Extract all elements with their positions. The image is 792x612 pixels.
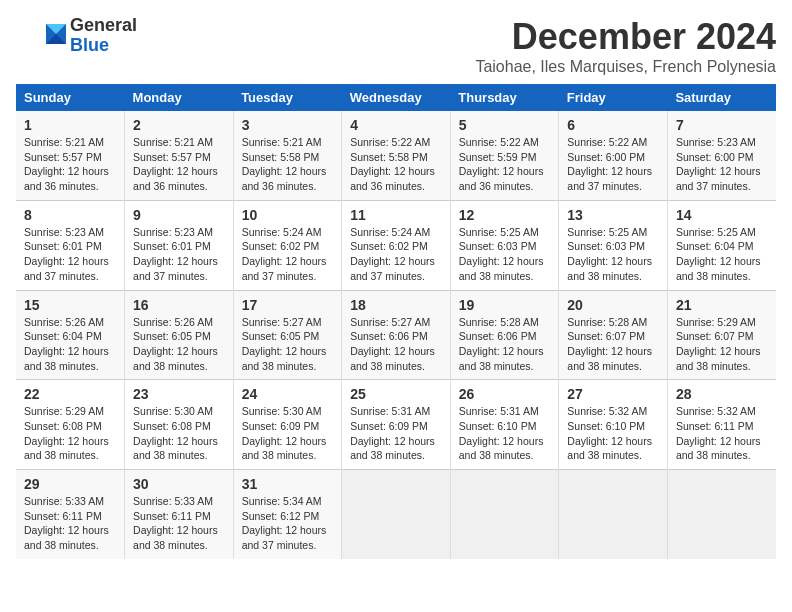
calendar-cell: 12Sunrise: 5:25 AM Sunset: 6:03 PM Dayli… [450, 200, 559, 290]
day-header-saturday: Saturday [667, 84, 776, 111]
day-info: Sunrise: 5:30 AM Sunset: 6:09 PM Dayligh… [242, 404, 334, 463]
calendar-cell: 29Sunrise: 5:33 AM Sunset: 6:11 PM Dayli… [16, 470, 125, 559]
day-header-sunday: Sunday [16, 84, 125, 111]
calendar-cell: 15Sunrise: 5:26 AM Sunset: 6:04 PM Dayli… [16, 290, 125, 380]
day-info: Sunrise: 5:23 AM Sunset: 6:00 PM Dayligh… [676, 135, 768, 194]
day-info: Sunrise: 5:29 AM Sunset: 6:07 PM Dayligh… [676, 315, 768, 374]
calendar-cell: 16Sunrise: 5:26 AM Sunset: 6:05 PM Dayli… [125, 290, 234, 380]
logo-text: General Blue [70, 16, 137, 56]
day-info: Sunrise: 5:33 AM Sunset: 6:11 PM Dayligh… [133, 494, 225, 553]
day-number: 28 [676, 386, 768, 402]
day-info: Sunrise: 5:34 AM Sunset: 6:12 PM Dayligh… [242, 494, 334, 553]
day-info: Sunrise: 5:22 AM Sunset: 5:59 PM Dayligh… [459, 135, 551, 194]
calendar-cell: 5Sunrise: 5:22 AM Sunset: 5:59 PM Daylig… [450, 111, 559, 200]
calendar-cell: 21Sunrise: 5:29 AM Sunset: 6:07 PM Dayli… [667, 290, 776, 380]
day-info: Sunrise: 5:22 AM Sunset: 5:58 PM Dayligh… [350, 135, 442, 194]
day-info: Sunrise: 5:28 AM Sunset: 6:07 PM Dayligh… [567, 315, 659, 374]
day-number: 4 [350, 117, 442, 133]
day-info: Sunrise: 5:33 AM Sunset: 6:11 PM Dayligh… [24, 494, 116, 553]
location-title: Taiohae, Iles Marquises, French Polynesi… [475, 58, 776, 76]
calendar-cell: 26Sunrise: 5:31 AM Sunset: 6:10 PM Dayli… [450, 380, 559, 470]
day-number: 15 [24, 297, 116, 313]
day-info: Sunrise: 5:32 AM Sunset: 6:10 PM Dayligh… [567, 404, 659, 463]
day-number: 12 [459, 207, 551, 223]
day-header-friday: Friday [559, 84, 668, 111]
day-info: Sunrise: 5:26 AM Sunset: 6:05 PM Dayligh… [133, 315, 225, 374]
logo-icon [16, 16, 66, 56]
calendar-cell: 20Sunrise: 5:28 AM Sunset: 6:07 PM Dayli… [559, 290, 668, 380]
day-number: 11 [350, 207, 442, 223]
day-info: Sunrise: 5:31 AM Sunset: 6:10 PM Dayligh… [459, 404, 551, 463]
day-info: Sunrise: 5:23 AM Sunset: 6:01 PM Dayligh… [133, 225, 225, 284]
header: General Blue December 2024 Taiohae, Iles… [16, 16, 776, 76]
calendar-cell: 10Sunrise: 5:24 AM Sunset: 6:02 PM Dayli… [233, 200, 342, 290]
day-info: Sunrise: 5:21 AM Sunset: 5:57 PM Dayligh… [24, 135, 116, 194]
day-number: 24 [242, 386, 334, 402]
calendar-cell: 2Sunrise: 5:21 AM Sunset: 5:57 PM Daylig… [125, 111, 234, 200]
day-info: Sunrise: 5:32 AM Sunset: 6:11 PM Dayligh… [676, 404, 768, 463]
calendar-cell: 24Sunrise: 5:30 AM Sunset: 6:09 PM Dayli… [233, 380, 342, 470]
calendar-cell [450, 470, 559, 559]
day-info: Sunrise: 5:23 AM Sunset: 6:01 PM Dayligh… [24, 225, 116, 284]
day-number: 10 [242, 207, 334, 223]
logo-general-text: General [70, 16, 137, 36]
day-number: 13 [567, 207, 659, 223]
calendar-cell: 30Sunrise: 5:33 AM Sunset: 6:11 PM Dayli… [125, 470, 234, 559]
day-headers-row: SundayMondayTuesdayWednesdayThursdayFrid… [16, 84, 776, 111]
day-number: 20 [567, 297, 659, 313]
day-number: 27 [567, 386, 659, 402]
day-number: 6 [567, 117, 659, 133]
calendar-cell: 18Sunrise: 5:27 AM Sunset: 6:06 PM Dayli… [342, 290, 451, 380]
day-info: Sunrise: 5:31 AM Sunset: 6:09 PM Dayligh… [350, 404, 442, 463]
day-info: Sunrise: 5:22 AM Sunset: 6:00 PM Dayligh… [567, 135, 659, 194]
day-number: 25 [350, 386, 442, 402]
day-number: 21 [676, 297, 768, 313]
day-number: 5 [459, 117, 551, 133]
day-number: 17 [242, 297, 334, 313]
day-info: Sunrise: 5:21 AM Sunset: 5:58 PM Dayligh… [242, 135, 334, 194]
month-title: December 2024 [475, 16, 776, 58]
day-info: Sunrise: 5:27 AM Sunset: 6:05 PM Dayligh… [242, 315, 334, 374]
day-header-monday: Monday [125, 84, 234, 111]
day-info: Sunrise: 5:26 AM Sunset: 6:04 PM Dayligh… [24, 315, 116, 374]
day-info: Sunrise: 5:27 AM Sunset: 6:06 PM Dayligh… [350, 315, 442, 374]
day-header-wednesday: Wednesday [342, 84, 451, 111]
day-header-thursday: Thursday [450, 84, 559, 111]
calendar-cell: 9Sunrise: 5:23 AM Sunset: 6:01 PM Daylig… [125, 200, 234, 290]
day-info: Sunrise: 5:24 AM Sunset: 6:02 PM Dayligh… [350, 225, 442, 284]
day-number: 14 [676, 207, 768, 223]
day-number: 23 [133, 386, 225, 402]
day-number: 19 [459, 297, 551, 313]
day-number: 1 [24, 117, 116, 133]
calendar-cell: 23Sunrise: 5:30 AM Sunset: 6:08 PM Dayli… [125, 380, 234, 470]
title-area: December 2024 Taiohae, Iles Marquises, F… [475, 16, 776, 76]
calendar-cell: 25Sunrise: 5:31 AM Sunset: 6:09 PM Dayli… [342, 380, 451, 470]
calendar-cell: 11Sunrise: 5:24 AM Sunset: 6:02 PM Dayli… [342, 200, 451, 290]
week-row-5: 29Sunrise: 5:33 AM Sunset: 6:11 PM Dayli… [16, 470, 776, 559]
calendar-cell: 13Sunrise: 5:25 AM Sunset: 6:03 PM Dayli… [559, 200, 668, 290]
day-info: Sunrise: 5:25 AM Sunset: 6:04 PM Dayligh… [676, 225, 768, 284]
day-number: 22 [24, 386, 116, 402]
calendar-cell: 3Sunrise: 5:21 AM Sunset: 5:58 PM Daylig… [233, 111, 342, 200]
day-number: 18 [350, 297, 442, 313]
day-number: 31 [242, 476, 334, 492]
week-row-2: 8Sunrise: 5:23 AM Sunset: 6:01 PM Daylig… [16, 200, 776, 290]
day-number: 8 [24, 207, 116, 223]
day-number: 3 [242, 117, 334, 133]
day-number: 16 [133, 297, 225, 313]
calendar-cell [342, 470, 451, 559]
day-info: Sunrise: 5:30 AM Sunset: 6:08 PM Dayligh… [133, 404, 225, 463]
week-row-3: 15Sunrise: 5:26 AM Sunset: 6:04 PM Dayli… [16, 290, 776, 380]
calendar-cell: 22Sunrise: 5:29 AM Sunset: 6:08 PM Dayli… [16, 380, 125, 470]
calendar-cell [559, 470, 668, 559]
day-info: Sunrise: 5:25 AM Sunset: 6:03 PM Dayligh… [567, 225, 659, 284]
calendar-cell: 27Sunrise: 5:32 AM Sunset: 6:10 PM Dayli… [559, 380, 668, 470]
calendar-cell: 6Sunrise: 5:22 AM Sunset: 6:00 PM Daylig… [559, 111, 668, 200]
calendar-cell: 14Sunrise: 5:25 AM Sunset: 6:04 PM Dayli… [667, 200, 776, 290]
week-row-4: 22Sunrise: 5:29 AM Sunset: 6:08 PM Dayli… [16, 380, 776, 470]
day-info: Sunrise: 5:24 AM Sunset: 6:02 PM Dayligh… [242, 225, 334, 284]
logo: General Blue [16, 16, 137, 56]
day-number: 7 [676, 117, 768, 133]
day-header-tuesday: Tuesday [233, 84, 342, 111]
calendar-cell: 8Sunrise: 5:23 AM Sunset: 6:01 PM Daylig… [16, 200, 125, 290]
